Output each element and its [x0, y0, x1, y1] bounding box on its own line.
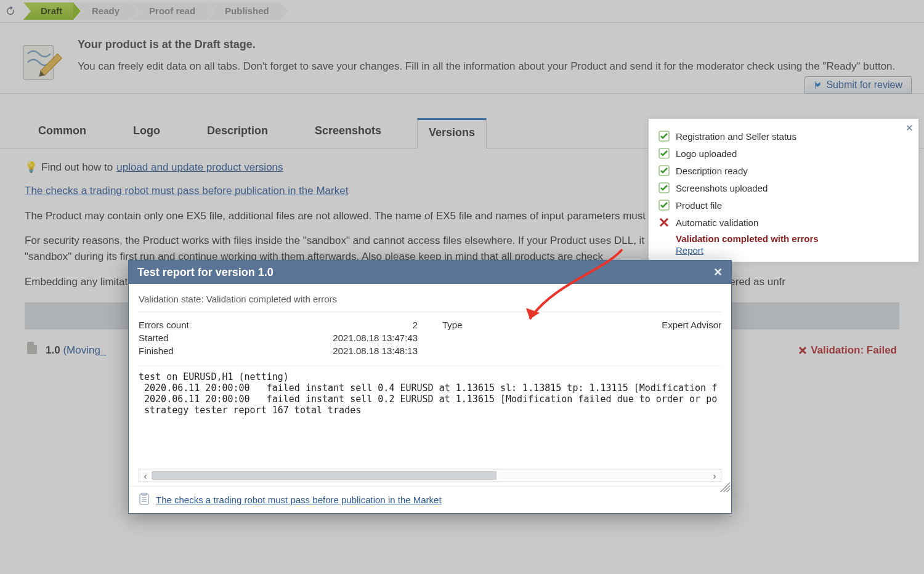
- meta-row: TypeExpert Advisor: [442, 318, 721, 331]
- test-log-output: test on EURUSD,H1 (netting) 2020.06.11 2…: [139, 366, 721, 375]
- stage-proofread[interactable]: Proof read: [132, 2, 206, 20]
- checklist-item: Registration and Seller status: [659, 127, 909, 145]
- meta-value: 2021.08.18 13:48:13: [333, 346, 418, 356]
- checklist-item-label: Automatic validation: [676, 217, 758, 228]
- draft-pencil-icon: [17, 36, 67, 86]
- meta-key: Finished: [139, 346, 333, 356]
- checklist-item-label: Description ready: [676, 166, 748, 176]
- stage-info-title: Your product is at the Draft stage.: [78, 36, 907, 54]
- checklist-item-label: Product file: [676, 200, 722, 211]
- validation-report-link[interactable]: Report: [659, 245, 703, 256]
- validation-error-title: Validation completed with errors: [659, 231, 909, 244]
- checklist-item-label: Screenshots uploaded: [676, 183, 768, 193]
- test-report-modal: Test report for version 1.0 ✕ Validation…: [128, 260, 732, 375]
- check-icon: [659, 131, 670, 142]
- modal-titlebar: Test report for version 1.0 ✕: [129, 261, 731, 284]
- stage-published[interactable]: Published: [208, 2, 280, 20]
- flag-icon: [814, 81, 822, 89]
- stage-info-body: You can freely edit data on all tabs. Do…: [78, 59, 907, 75]
- upload-versions-link[interactable]: upload and update product versions: [116, 160, 283, 176]
- check-icon: [659, 182, 670, 193]
- checklist-item: Automatic validation: [659, 214, 909, 231]
- tab-common[interactable]: Common: [27, 118, 97, 148]
- check-icon: [659, 200, 670, 211]
- modal-close-icon[interactable]: ✕: [713, 265, 723, 279]
- meta-row: Errors count2: [139, 318, 418, 331]
- tab-logo[interactable]: Logo: [122, 118, 171, 148]
- submit-for-review-button[interactable]: Submit for review: [804, 76, 912, 94]
- checklist-item-label: Registration and Seller status: [676, 131, 796, 142]
- stage-draft[interactable]: Draft: [23, 2, 73, 20]
- check-icon: [659, 165, 670, 176]
- meta-key: Started: [139, 333, 333, 343]
- refresh-icon[interactable]: [4, 4, 17, 18]
- review-checklist-popover: ✕ Registration and Seller statusLogo upl…: [648, 118, 919, 262]
- meta-row: Finished2021.08.18 13:48:13: [139, 344, 418, 357]
- cross-icon: [659, 217, 670, 228]
- checks-article-link[interactable]: The checks a trading robot must pass bef…: [25, 185, 348, 196]
- check-icon: [659, 148, 670, 159]
- meta-key: Type: [442, 320, 662, 330]
- validation-state-row: Validation state: Validation completed w…: [139, 291, 721, 312]
- cross-icon: [798, 346, 807, 355]
- checklist-item-label: Logo uploaded: [676, 148, 737, 159]
- stage-info-box: Your product is at the Draft stage. You …: [0, 23, 924, 94]
- tab-screenshots[interactable]: Screenshots: [304, 118, 392, 148]
- hint-prefix: Find out how to: [41, 160, 113, 176]
- submit-button-label: Submit for review: [826, 79, 902, 91]
- meta-row: Started2021.08.18 13:47:43: [139, 331, 418, 344]
- file-icon: [27, 342, 38, 359]
- version-filename[interactable]: (Moving_: [63, 344, 106, 356]
- checklist-item: Screenshots uploaded: [659, 179, 909, 196]
- meta-value: 2: [413, 320, 418, 330]
- checklist-item: Logo uploaded: [659, 145, 909, 162]
- close-icon[interactable]: ✕: [906, 123, 914, 134]
- tab-description[interactable]: Description: [196, 118, 279, 148]
- lightbulb-icon: 💡: [25, 160, 38, 176]
- tab-versions[interactable]: Versions: [417, 118, 487, 148]
- modal-title-text: Test report for version 1.0: [137, 266, 274, 279]
- checklist-item: Description ready: [659, 162, 909, 179]
- meta-key: Errors count: [139, 320, 413, 330]
- stage-ready[interactable]: Ready: [75, 2, 131, 20]
- version-validation-status: Validation: Failed: [798, 342, 897, 358]
- meta-value: Expert Advisor: [662, 320, 721, 330]
- checklist-item: Product file: [659, 196, 909, 214]
- version-number: 1.0: [46, 344, 60, 356]
- workflow-stages: Draft Ready Proof read Published: [0, 0, 924, 23]
- meta-value: 2021.08.18 13:47:43: [333, 333, 418, 343]
